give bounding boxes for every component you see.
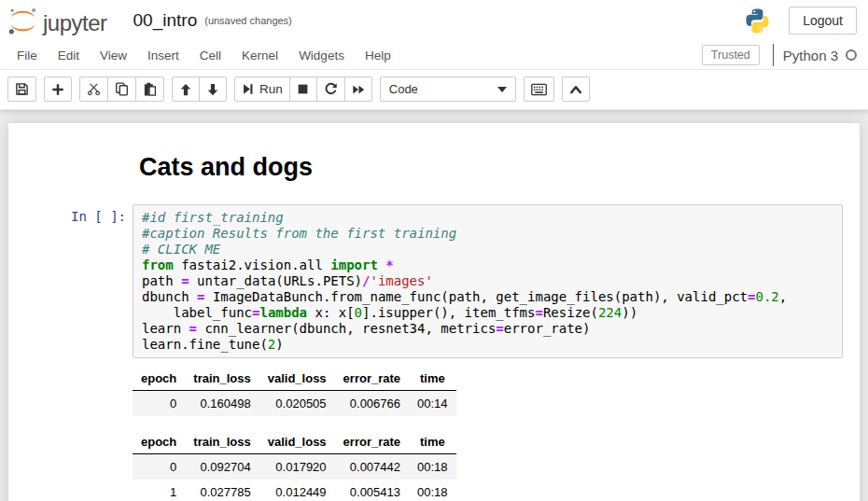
- copy-cells-button[interactable]: [107, 77, 136, 102]
- command-palette-button[interactable]: [524, 77, 554, 102]
- table-row: 10.0277850.0124490.00541300:18: [133, 480, 456, 501]
- arrow-down-icon: [206, 83, 219, 96]
- table-cell: 00:18: [409, 480, 456, 501]
- scissors-icon: [87, 82, 101, 96]
- save-icon: [15, 82, 29, 96]
- menu-kernel[interactable]: Kernel: [231, 43, 288, 68]
- column-header-error_rate: error_rate: [335, 429, 409, 454]
- column-header-valid_loss: valid_loss: [259, 366, 335, 391]
- paste-icon: [143, 82, 157, 96]
- move-cells-down-button[interactable]: [199, 77, 227, 102]
- chevron-up-icon: [569, 84, 582, 95]
- table-row: 00.1604980.0205050.00676600:14: [133, 391, 456, 417]
- copy-icon: [115, 82, 129, 96]
- code-line: #caption Results from the first training: [142, 226, 833, 242]
- code-line: #id first_training: [142, 210, 833, 226]
- code-line: learn = cnn_learner(dbunch, resnet34, me…: [142, 321, 833, 337]
- column-header-valid_loss: valid_loss: [259, 429, 335, 454]
- logout-button[interactable]: Logout: [789, 7, 857, 35]
- header-top-row: jupyter 00_intro (unsaved changes) Logou…: [0, 0, 868, 41]
- menu-insert[interactable]: Insert: [137, 43, 189, 68]
- run-button[interactable]: Run: [234, 77, 290, 102]
- menu-edit[interactable]: Edit: [48, 43, 90, 68]
- table-cell: 00:18: [409, 454, 456, 480]
- run-button-label: Run: [259, 82, 283, 96]
- markdown-prompt: [13, 142, 133, 146]
- table-cell: 0.012449: [259, 480, 335, 501]
- menubar-items: FileEditViewInsertCellKernelWidgetsHelp: [7, 43, 401, 68]
- column-header-train_loss: train_loss: [185, 429, 259, 454]
- menubar: FileEditViewInsertCellKernelWidgetsHelp …: [0, 41, 868, 70]
- input-prompt: In [ ]:: [13, 204, 133, 225]
- table-cell: 0: [133, 391, 185, 417]
- code-line: label_func=lambda x: x[0].isupper(), ite…: [142, 305, 833, 321]
- notebook-site: Cats and dogs In [ ]: #id first_training…: [0, 110, 868, 501]
- column-header-train_loss: train_loss: [185, 366, 259, 391]
- menu-help[interactable]: Help: [355, 43, 401, 68]
- restart-kernel-button[interactable]: [316, 77, 345, 102]
- cell-type-select[interactable]: Code: [380, 77, 516, 102]
- table-cell: 0.006766: [335, 391, 409, 417]
- training-results-table-1: epochtrain_lossvalid_losserror_ratetime0…: [133, 366, 456, 416]
- code-cell[interactable]: In [ ]: #id first_training#caption Resul…: [8, 200, 860, 501]
- kernel-idle-icon: [846, 49, 857, 61]
- table-cell: 0: [133, 454, 185, 480]
- cell-type-value: Code: [389, 82, 418, 96]
- code-line: learn.fine_tune(2): [142, 337, 833, 353]
- code-input-area[interactable]: #id first_training#caption Results from …: [133, 204, 843, 358]
- code-line: path = untar_data(URLs.PETS)/'images': [142, 273, 833, 289]
- table-cell: 0.092704: [185, 454, 259, 480]
- stop-icon: [297, 83, 309, 95]
- jupyter-logo-icon: [7, 6, 38, 36]
- notebook-title[interactable]: 00_intro: [133, 10, 198, 31]
- table-cell: 0.005413: [335, 480, 409, 501]
- collapse-toolbar-button[interactable]: [562, 77, 590, 102]
- menu-file[interactable]: File: [7, 43, 48, 68]
- code-line: dbunch = ImageDataBunch.from_name_func(p…: [142, 289, 833, 305]
- code-line: from fastai2.vision.all import *: [142, 257, 833, 273]
- arrow-up-icon: [179, 83, 192, 96]
- cut-cells-button[interactable]: [79, 77, 108, 102]
- jupyter-logo[interactable]: jupyter: [7, 6, 107, 36]
- header-right: Logout: [743, 7, 857, 35]
- checkpoint-status: (unsaved changes): [204, 15, 292, 26]
- move-cells-up-button[interactable]: [172, 77, 200, 102]
- markdown-content: Cats and dogs: [133, 142, 313, 195]
- menu-widgets[interactable]: Widgets: [288, 43, 355, 68]
- notebook-container: Cats and dogs In [ ]: #id first_training…: [8, 123, 860, 501]
- plus-icon: [51, 83, 64, 96]
- kernel-name: Python 3: [783, 48, 838, 63]
- jupyter-brand-text: jupyter: [43, 12, 107, 36]
- output-prompt: [13, 358, 133, 363]
- header: jupyter 00_intro (unsaved changes) Logou…: [0, 0, 868, 110]
- code-editor[interactable]: #id first_training#caption Results from …: [137, 210, 838, 353]
- kernel-separator: [773, 44, 774, 66]
- table-cell: 1: [133, 480, 185, 501]
- trusted-badge[interactable]: Trusted: [702, 45, 760, 65]
- step-forward-icon: [242, 83, 254, 95]
- column-header-epoch: epoch: [133, 366, 185, 391]
- table-cell: 0.007442: [335, 454, 409, 480]
- table-cell: 0.020505: [259, 391, 335, 417]
- python-logo-icon: [743, 7, 772, 35]
- toolbar: Run Code: [0, 70, 868, 110]
- menu-view[interactable]: View: [90, 43, 137, 68]
- table-cell: 0.017920: [259, 454, 335, 480]
- cell-outputs: epochtrain_lossvalid_losserror_ratetime0…: [133, 358, 855, 501]
- insert-cell-below-button[interactable]: [44, 77, 72, 102]
- page-title: Cats and dogs: [139, 153, 313, 182]
- column-header-time: time: [409, 429, 456, 454]
- restart-run-all-button[interactable]: [344, 77, 372, 102]
- paste-cells-button[interactable]: [135, 77, 164, 102]
- save-button[interactable]: [7, 77, 36, 102]
- markdown-cell[interactable]: Cats and dogs: [8, 137, 860, 200]
- table-cell: 00:14: [409, 391, 456, 417]
- column-header-error_rate: error_rate: [335, 366, 409, 391]
- table-row: 00.0927040.0179200.00744200:18: [133, 454, 456, 480]
- training-results-table-2: epochtrain_lossvalid_losserror_ratetime0…: [133, 429, 456, 501]
- interrupt-kernel-button[interactable]: [289, 77, 317, 102]
- menu-cell[interactable]: Cell: [189, 43, 231, 68]
- refresh-icon: [324, 82, 338, 96]
- keyboard-icon: [531, 83, 547, 96]
- menubar-right: Trusted Python 3: [702, 44, 859, 66]
